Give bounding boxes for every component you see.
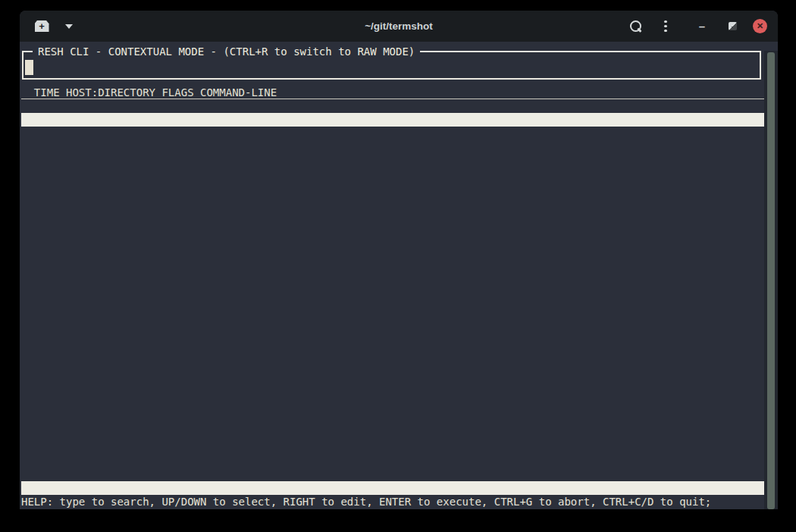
history-row[interactable]: 3 days ~/git/termshot G mv ~/xterm.2020.… (21, 277, 764, 290)
kebab-menu-icon (664, 20, 667, 33)
history-row[interactable]: 7 days ~/git/termshot G bash (21, 427, 764, 440)
history-row[interactable]: 3 days ~/git/termshot G mv ~/xterm.2020.… (21, 222, 764, 236)
history-row[interactable]: 7 days ~/git/termshot G clear (21, 358, 764, 372)
mode-header: RESH CLI - CONTEXTUAL MODE - (CTRL+R to … (33, 45, 420, 58)
minimize-icon: – (699, 20, 705, 32)
history-row[interactable]: 3 days ~/git/termshot G cd (21, 99, 764, 113)
close-icon: ✕ (757, 22, 763, 30)
history-row[interactable]: 3 days ~/git/termshot G inkscape xterm-m… (21, 318, 764, 331)
close-button[interactable]: ✕ (753, 19, 767, 33)
history-row[interactable]: 7 days ~/git/termshot G time echo someth… (21, 399, 764, 413)
scrollbar-thumb[interactable] (767, 52, 775, 509)
history-row[interactable]: 7 days ~/git/termshot G mv ~/xterm.2020.… (21, 468, 764, 481)
history-row[interactable]: 7 days ~/git/termshot G time echo someth… (21, 413, 764, 427)
history-row[interactable]: 3 days ~/git/termshot G mv ~/xterm.2020.… (21, 195, 764, 208)
history-row[interactable]: 3 days ~/git/termshot G ls (21, 167, 764, 181)
history-row[interactable]: 6 days ~/git/termshot G cd .. (21, 345, 764, 358)
text-cursor (25, 60, 33, 75)
history-rows: 3 days ~/git/termshot G cd 3 days ~/git/… (21, 99, 764, 481)
help-line: HELP: type to search, UP/DOWN to select,… (21, 495, 764, 509)
history-row[interactable]: 3 days ~/git/termshot G rm xterm-mockup-… (21, 290, 764, 304)
history-row[interactable]: 3 days ~/git/termshot G fh() {; eval $( … (21, 127, 764, 140)
scrollbar[interactable] (764, 51, 778, 509)
search-icon (630, 20, 641, 32)
terminal-window: + ~/git/termshot – (20, 11, 778, 509)
desktop-background: + ~/git/termshot – (0, 0, 796, 532)
restore-button[interactable] (722, 17, 742, 36)
restore-icon (729, 22, 737, 30)
history-row[interactable]: 3 days ~/git/termshot G mv ~/xterm.2020.… (21, 263, 764, 277)
search-button[interactable] (625, 17, 645, 36)
tab-dropdown-button[interactable] (59, 17, 79, 36)
history-row[interactable]: 7 days ~/git/termshot G time x=1 (21, 386, 764, 399)
chevron-down-icon (65, 24, 73, 29)
history-row[interactable]: 3 days ~/git/termshot G mv ~/xterm.2020.… (21, 331, 764, 345)
history-row[interactable]: 3 days ~/git/termshot G mv ~/xterm.2020.… (21, 154, 764, 167)
table-header: TIME HOST:DIRECTORY FLAGS COMMAND-LINE (21, 86, 764, 99)
history-row[interactable]: 3 days ~/git/termshot G mv ~/xterm.2020.… (21, 249, 764, 263)
history-row[interactable]: 7 days ~/git/termshot G time date (21, 372, 764, 386)
history-row[interactable]: 3 days ~/git/termshot G inkscape xterm-w… (21, 208, 764, 222)
new-tab-button[interactable]: + (32, 17, 52, 36)
history-row[interactable]: 3 days ~/git/termshot G inkscape xterm-w… (21, 140, 764, 154)
history-row[interactable]: 3 days ~/git/termshot G inkscape xterm-m… (21, 304, 764, 318)
new-tab-icon: + (35, 20, 49, 32)
history-row[interactable]: 3 days ~/git/termshot G mv ~/xterm.2020.… (21, 236, 764, 249)
history-row[interactable]: 3 days ~/git/termshot G fh (21, 113, 764, 127)
search-input-box[interactable]: RESH CLI - CONTEXTUAL MODE - (CTRL+R to … (22, 51, 761, 80)
status-bar: 2020-05-08 00:34:56 tower:~/git/termshot… (21, 481, 764, 495)
terminal-content: RESH CLI - CONTEXTUAL MODE - (CTRL+R to … (20, 51, 778, 509)
menu-button[interactable] (656, 17, 675, 36)
history-row[interactable]: 3 days ~/git/termshot G rm xterm-mockup-… (21, 181, 764, 195)
minimize-button[interactable]: – (692, 17, 712, 36)
history-row[interactable]: 7 days ~/git/termshot G mv ~/xterm.2020.… (21, 454, 764, 468)
titlebar[interactable]: + ~/git/termshot – (20, 11, 778, 42)
history-row[interactable]: 7 days ~/git/termshot G mv ~/xterm.2020.… (21, 440, 764, 454)
